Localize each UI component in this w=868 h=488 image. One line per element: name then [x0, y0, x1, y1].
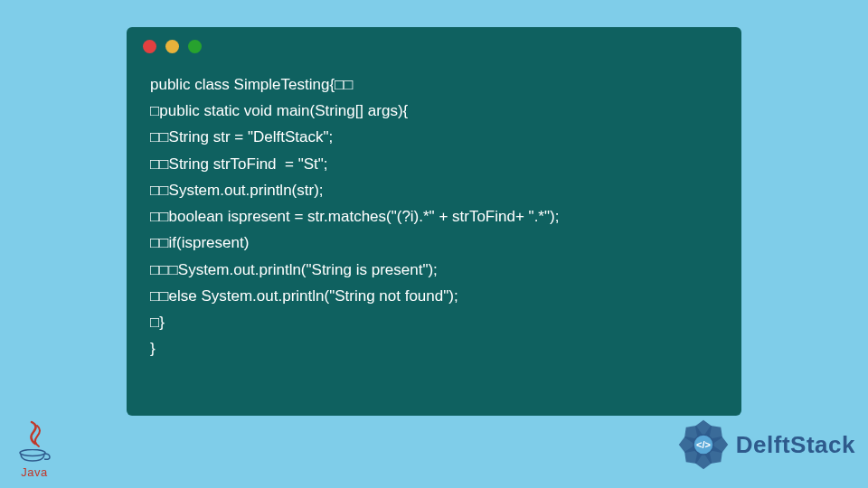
java-steam-icon — [21, 420, 48, 449]
svg-text:</>: </> — [696, 439, 711, 450]
java-logo-label: Java — [21, 465, 47, 479]
delftstack-logo: </> DelftStack — [676, 418, 855, 472]
java-logo: Java — [13, 418, 56, 479]
code-window: public class SimpleTesting{□□ □public st… — [127, 27, 741, 416]
close-icon — [143, 40, 156, 53]
minimize-icon — [165, 40, 179, 53]
maximize-icon — [188, 40, 202, 53]
window-titlebar — [127, 40, 741, 64]
svg-point-0 — [20, 450, 45, 456]
delftstack-logo-label: DelftStack — [736, 431, 855, 459]
java-cup-icon — [18, 449, 51, 464]
code-block: public class SimpleTesting{□□ □public st… — [127, 64, 741, 370]
delftstack-badge-icon: </> — [676, 418, 731, 472]
